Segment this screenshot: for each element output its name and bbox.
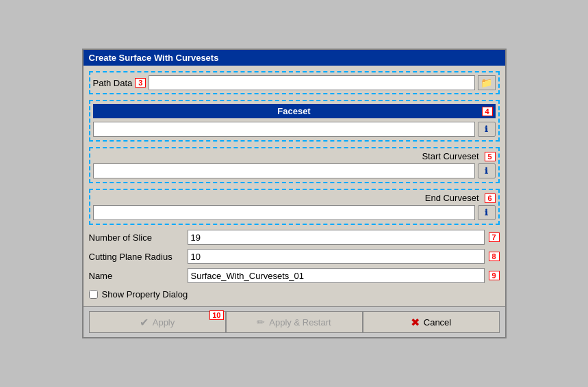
name-label: Name [89, 271, 185, 281]
faceset-info-button[interactable]: ℹ [478, 122, 496, 137]
apply-button[interactable]: ✔ Apply 10 [89, 311, 226, 333]
faceset-badge: 4 [482, 107, 493, 116]
end-curveset-input-row: ℹ [93, 204, 496, 221]
end-curveset-header-row: End Curveset 6 [93, 193, 496, 203]
start-curveset-input[interactable] [93, 163, 475, 178]
number-of-slice-row: Number of Slice 7 [89, 229, 500, 245]
faceset-label: Faceset [277, 106, 310, 116]
cancel-button[interactable]: ✖ Cancel [363, 311, 500, 333]
dialog-footer: ✔ Apply 10 ✏ Apply & Restart ✖ Cancel [84, 306, 505, 337]
show-property-checkbox[interactable] [89, 290, 98, 299]
apply-restart-icon: ✏ [257, 317, 265, 328]
apply-label: Apply [153, 317, 175, 328]
start-curveset-badge: 5 [485, 152, 496, 161]
end-curveset-section: End Curveset 6 ℹ [89, 189, 500, 225]
faceset-header: Faceset 4 [93, 104, 496, 118]
show-property-row: Show Property Dialog [89, 286, 500, 302]
cutting-plane-radius-row: Cutting Plane Radius 8 [89, 248, 500, 265]
dialog-title: Create Surface With Curvesets [84, 50, 505, 66]
start-curveset-header-row: Start Curveset 5 [93, 151, 496, 161]
folder-button[interactable]: 📁 [478, 75, 496, 90]
apply-restart-label: Apply & Restart [269, 317, 331, 328]
path-data-badge: 3 [135, 78, 146, 88]
faceset-input-row: ℹ [93, 121, 496, 137]
end-curveset-info-button[interactable]: ℹ [478, 205, 496, 220]
end-curveset-badge: 6 [485, 194, 496, 203]
path-data-label: Path Data [93, 78, 133, 88]
path-data-input[interactable] [149, 75, 474, 90]
create-surface-dialog: Create Surface With Curvesets Path Data … [82, 49, 507, 338]
path-data-row: Path Data 3 📁 [93, 75, 496, 90]
end-curveset-input[interactable] [93, 205, 475, 220]
path-data-section: Path Data 3 📁 [89, 71, 500, 94]
dialog-body: Path Data 3 📁 Faceset 4 ℹ Start Curveset… [84, 66, 505, 306]
start-curveset-section: Start Curveset 5 ℹ [89, 147, 500, 183]
cancel-label: Cancel [424, 317, 451, 328]
start-curveset-input-row: ℹ [93, 163, 496, 179]
cutting-plane-radius-label: Cutting Plane Radius [89, 252, 185, 262]
start-curveset-label: Start Curveset [93, 151, 482, 161]
end-curveset-label: End Curveset [93, 193, 482, 203]
faceset-section: Faceset 4 ℹ [89, 100, 500, 142]
apply-restart-button[interactable]: ✏ Apply & Restart [226, 311, 363, 333]
number-of-slice-input[interactable] [188, 230, 485, 245]
name-row: Name 9 [89, 267, 500, 284]
cutting-plane-radius-input[interactable] [188, 249, 485, 264]
name-input[interactable] [188, 268, 485, 283]
start-curveset-info-button[interactable]: ℹ [478, 163, 496, 178]
show-property-label: Show Property Dialog [102, 289, 188, 299]
footer-badge: 10 [209, 310, 223, 320]
cutting-plane-radius-badge: 8 [489, 252, 500, 261]
faceset-input[interactable] [93, 122, 475, 137]
name-badge: 9 [489, 271, 500, 280]
cancel-icon: ✖ [411, 316, 420, 329]
number-of-slice-badge: 7 [489, 232, 500, 242]
apply-check-icon: ✔ [140, 316, 149, 329]
number-of-slice-label: Number of Slice [89, 232, 185, 243]
